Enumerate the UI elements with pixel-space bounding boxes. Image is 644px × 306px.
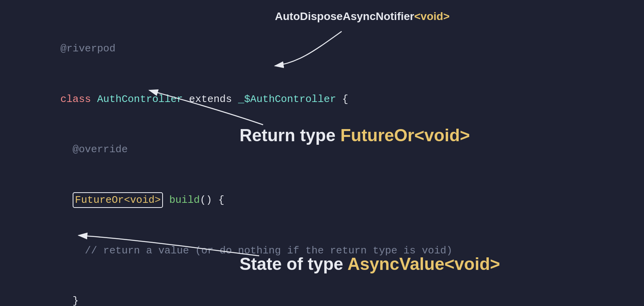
main-container: AutoDisposeAsyncNotifier<void> @riverpod… [0,0,644,306]
close-brace-build: } [60,295,79,306]
return-type-label: Return type [240,126,340,145]
annotation-return-type: Return type FutureOr<void> [240,126,470,145]
annotation-autodispose-void: <void> [414,10,450,22]
base-class: _$AuthController [238,93,336,105]
state-type-label: State of type [240,254,348,273]
return-type-value: FutureOr<void> [340,126,470,145]
build-method: build [163,194,200,206]
indent-2 [60,194,73,206]
state-type-value: AsyncValue<void> [348,254,500,273]
code-line-6: } [24,276,488,306]
annotation-autodispose-text: AutoDisposeAsyncNotifier [275,10,414,22]
keyword-class: class [60,93,97,105]
riverpod-decorator: @riverpod [60,43,115,55]
annotation-state-type: State of type AsyncValue<void> [240,254,500,274]
code-line-4: FutureOr<void> build() { [24,175,488,226]
class-name: AuthController [97,93,183,105]
code-line-2: class AuthController extends _$AuthContr… [24,74,488,125]
override-annotation: @override [60,144,128,155]
annotation-autodispose: AutoDisposeAsyncNotifier<void> [275,10,450,23]
extends-keyword: extends [183,93,238,105]
build-paren-brace: () { [200,194,224,206]
futuror-void-boxed: FutureOr<void> [73,192,163,208]
code-line-1: @riverpod [24,24,488,74]
open-brace-1: { [336,93,348,105]
